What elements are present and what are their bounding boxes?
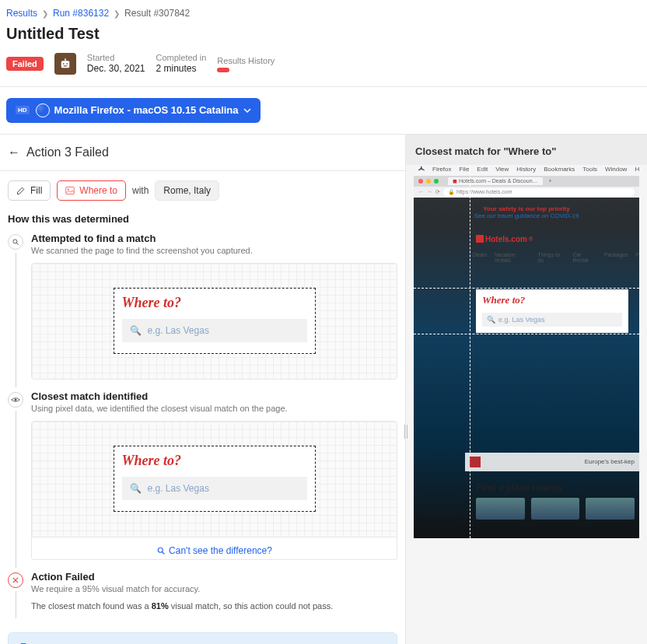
svg-point-9 <box>15 398 17 401</box>
step1-title: Attempted to find a match <box>31 233 397 244</box>
preview-match-region: Where to? 🔍e.g. Las Vegas <box>414 288 639 334</box>
chevron-right-icon: ❯ <box>42 9 48 18</box>
breadcrumb-results[interactable]: Results <box>6 8 37 19</box>
action-value-chip[interactable]: Rome, Italy <box>155 180 219 201</box>
edit-icon <box>16 186 26 195</box>
see-difference-link[interactable]: Can't see the difference? <box>31 537 397 560</box>
magnify-icon: 🔍 <box>487 316 495 324</box>
svg-point-10 <box>158 548 163 552</box>
svg-rect-0 <box>61 61 70 68</box>
meta-started: Started Dec. 30, 2021 <box>87 52 145 75</box>
lock-icon: 🔒 <box>448 189 455 195</box>
firefox-icon <box>36 103 50 117</box>
chevron-right-icon: ❯ <box>114 9 120 18</box>
breadcrumb: Results ❯ Run #836132 ❯ Result #307842 <box>0 0 647 22</box>
svg-rect-3 <box>64 65 68 66</box>
breadcrumb-result: Result #307842 <box>124 8 190 19</box>
breadcrumb-run[interactable]: Run #836132 <box>53 8 109 19</box>
preview-nav: DealsVacation rentalsThings to doCar Ren… <box>473 252 639 263</box>
magnify-icon <box>156 546 166 555</box>
magnify-icon: 🔍 <box>130 483 142 494</box>
pane-splitter[interactable] <box>403 422 409 441</box>
preview-nearby-label: Find a place nearby <box>476 482 563 493</box>
action-title: Action 3 Failed <box>26 145 109 159</box>
determined-heading: How this was determined <box>0 210 405 233</box>
match-percent-text: The closest match found was a 81% visual… <box>31 601 397 611</box>
update-panel: Update action screenshot? Replace the ac… <box>8 632 397 644</box>
svg-point-7 <box>13 240 17 243</box>
apple-icon: 🟂 <box>418 166 425 175</box>
svg-point-6 <box>68 188 69 190</box>
action-with-label: with <box>132 185 149 196</box>
preview-thumbs <box>476 498 635 520</box>
step2-sub: Using pixel data, we identified the clos… <box>31 404 397 413</box>
eye-icon <box>8 392 23 408</box>
step3-sub: We require a 95% visual match for accura… <box>31 584 397 593</box>
history-bar-icon <box>217 68 229 72</box>
back-arrow-icon[interactable]: ← <box>8 145 20 159</box>
chevron-down-icon <box>243 107 251 114</box>
page-preview[interactable]: 🟂 FirefoxFileEditViewHistoryBookmarksToo… <box>414 165 639 538</box>
avatar[interactable] <box>54 53 76 75</box>
step2-title: Closest match identified <box>31 390 397 402</box>
meta-completed: Completed in 2 minutes <box>156 52 207 75</box>
magnify-icon: 🔍 <box>130 325 142 336</box>
preview-menubar: 🟂 FirefoxFileEditViewHistoryBookmarksToo… <box>414 165 639 176</box>
original-screenshot: Where to? 🔍 e.g. Las Vegas <box>31 263 397 380</box>
step1-sub: We scanned the page to find the screensh… <box>31 246 397 255</box>
svg-rect-4 <box>65 58 66 61</box>
step3-title: Action Failed <box>31 571 397 583</box>
svg-line-8 <box>16 243 19 245</box>
svg-rect-2 <box>66 63 68 65</box>
match-screenshot: Where to? 🔍 e.g. Las Vegas <box>31 421 397 537</box>
x-icon <box>8 572 23 588</box>
search-icon <box>8 234 23 250</box>
hd-badge: HD <box>16 106 30 114</box>
preview-tabbar: ◼Hotels.com – Deals & Discoun… + <box>414 176 639 187</box>
browser-label: Mozilla Firefox - macOS 10.15 Catalina <box>54 104 239 116</box>
action-verb-chip[interactable]: Fill <box>8 180 51 201</box>
image-icon <box>65 186 75 195</box>
preview-logo: Hotels.com® <box>476 235 533 243</box>
action-params: Fill Where to with Rome, Italy <box>0 171 405 210</box>
svg-rect-5 <box>66 187 75 194</box>
preview-searchbar: Europe's best-kep <box>465 453 639 471</box>
preview-banner: Your safety is our top priority See our … <box>474 205 579 219</box>
status-badge-failed: Failed <box>6 57 44 71</box>
browser-selector[interactable]: HD Mozilla Firefox - macOS 10.15 Catalin… <box>6 98 261 123</box>
preview-addressbar: ←→⟳ 🔒https://www.hotels.com <box>414 187 639 198</box>
svg-rect-1 <box>63 63 65 65</box>
page-title: Untitled Test <box>6 25 641 43</box>
svg-line-11 <box>163 551 165 554</box>
meta-history[interactable]: Results History <box>217 55 275 72</box>
robot-icon <box>58 57 72 71</box>
closest-match-header: Closest match for "Where to" <box>406 135 647 165</box>
action-target-chip[interactable]: Where to <box>57 180 126 201</box>
